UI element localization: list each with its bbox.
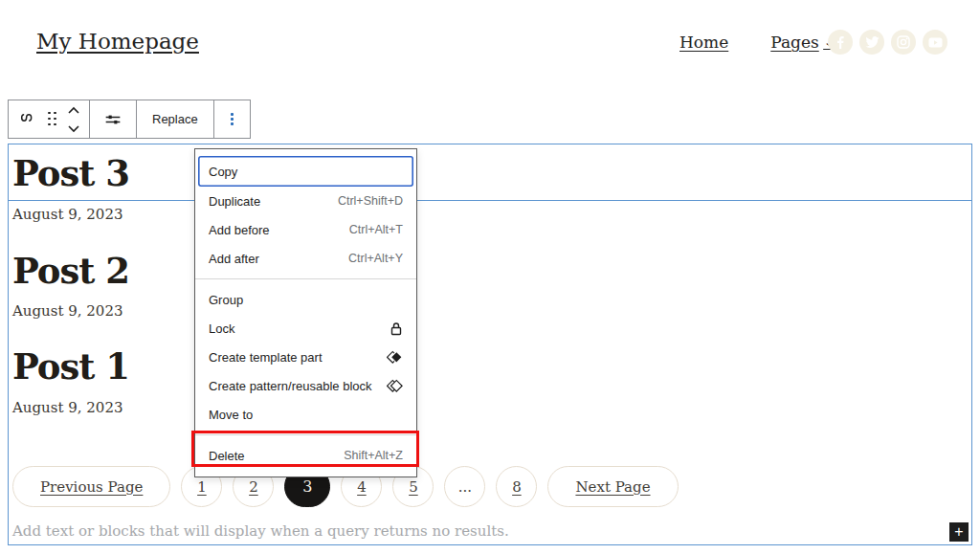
social-links xyxy=(828,30,947,55)
menu-separator xyxy=(195,434,416,435)
drag-handle-icon[interactable] xyxy=(43,100,62,138)
duplicate-label: Duplicate xyxy=(209,194,260,209)
post-date: August 9, 2023 xyxy=(12,399,123,416)
page-8-label: 8 xyxy=(512,478,522,496)
menu-item-duplicate[interactable]: Duplicate Ctrl+Shift+D xyxy=(195,187,416,215)
main-navigation: Home Pages ⌄ xyxy=(679,33,834,52)
lock-label: Lock xyxy=(209,321,234,336)
post-date: August 9, 2023 xyxy=(12,302,123,320)
post-title[interactable]: Post 2 xyxy=(12,250,129,292)
post-title[interactable]: Post 1 xyxy=(12,345,129,388)
query-loop-icon[interactable] xyxy=(12,100,43,138)
nav-item-home[interactable]: Home xyxy=(679,33,728,52)
page-ellipsis: ... xyxy=(444,466,485,507)
page-2-label: 2 xyxy=(249,478,258,496)
menu-item-delete[interactable]: Delete Shift+Alt+Z xyxy=(195,441,416,470)
move-to-label: Move to xyxy=(209,408,253,422)
toolbar-group-options xyxy=(214,100,250,138)
lock-icon xyxy=(390,321,403,336)
facebook-icon[interactable] xyxy=(828,30,853,55)
ellipsis-label: ... xyxy=(458,478,472,496)
page-1-label: 1 xyxy=(197,478,207,496)
pattern-icon xyxy=(387,379,403,393)
toolbar-group-replace: Replace xyxy=(137,100,214,138)
nav-pages-label: Pages xyxy=(770,33,818,52)
menu-item-create-pattern[interactable]: Create pattern/reusable block xyxy=(195,371,416,400)
block-options-menu: Copy Duplicate Ctrl+Shift+D Add before C… xyxy=(194,148,417,477)
query-loop-block[interactable]: Post 3 August 9, 2023 Post 2 August 9, 2… xyxy=(8,144,972,545)
site-title-link[interactable]: My Homepage xyxy=(36,29,199,54)
next-page-button[interactable]: Next Page xyxy=(547,466,678,507)
nav-item-pages[interactable]: Pages ⌄ xyxy=(770,33,834,52)
add-before-shortcut: Ctrl+Alt+T xyxy=(349,223,403,236)
group-label: Group xyxy=(209,293,243,307)
toolbar-group-settings xyxy=(90,100,137,138)
block-toolbar: Replace xyxy=(8,100,251,139)
menu-separator xyxy=(195,278,416,279)
no-results-placeholder[interactable]: Add text or blocks that will display whe… xyxy=(12,522,509,540)
menu-item-add-after[interactable]: Add after Ctrl+Alt+Y xyxy=(195,244,416,273)
add-before-label: Add before xyxy=(209,223,270,237)
menu-item-move-to[interactable]: Move to xyxy=(195,400,416,429)
twitter-icon[interactable] xyxy=(859,30,884,55)
block-appender-plus-icon[interactable]: + xyxy=(949,522,969,542)
replace-button[interactable]: Replace xyxy=(141,100,210,138)
page-5-label: 5 xyxy=(409,478,418,496)
site-header: My Homepage Home Pages ⌄ xyxy=(0,0,980,86)
block-movers xyxy=(62,100,85,138)
post-date: August 9, 2023 xyxy=(12,206,123,223)
template-part-icon xyxy=(387,350,403,365)
add-after-shortcut: Ctrl+Alt+Y xyxy=(348,252,403,265)
menu-item-group[interactable]: Group xyxy=(195,285,416,314)
next-page-label: Next Page xyxy=(575,478,650,496)
menu-item-lock[interactable]: Lock xyxy=(195,314,416,343)
add-after-label: Add after xyxy=(209,252,259,266)
duplicate-shortcut: Ctrl+Shift+D xyxy=(338,194,403,208)
menu-item-create-template-part[interactable]: Create template part xyxy=(195,343,416,371)
options-kebab-icon[interactable] xyxy=(218,100,246,138)
instagram-icon[interactable] xyxy=(891,30,916,55)
post-title-block-outline xyxy=(9,144,971,201)
page-number-8[interactable]: 8 xyxy=(496,466,537,507)
page-3-label: 3 xyxy=(302,477,312,496)
delete-label: Delete xyxy=(209,449,245,463)
menu-item-add-before[interactable]: Add before Ctrl+Alt+T xyxy=(195,215,416,244)
display-settings-icon[interactable] xyxy=(94,100,132,138)
move-down-icon[interactable] xyxy=(67,120,80,137)
toolbar-group-block xyxy=(9,100,90,138)
nav-home-label: Home xyxy=(679,33,728,52)
move-up-icon[interactable] xyxy=(67,101,80,119)
copy-label: Copy xyxy=(209,165,237,179)
youtube-icon[interactable] xyxy=(923,30,947,55)
post-title[interactable]: Post 3 xyxy=(12,152,129,194)
create-pattern-label: Create pattern/reusable block xyxy=(209,379,372,393)
previous-page-button[interactable]: Previous Page xyxy=(12,466,170,507)
page-4-label: 4 xyxy=(357,478,367,496)
delete-shortcut: Shift+Alt+Z xyxy=(344,449,403,462)
create-template-part-label: Create template part xyxy=(209,350,323,365)
menu-item-copy[interactable]: Copy xyxy=(198,156,413,187)
previous-page-label: Previous Page xyxy=(40,478,143,496)
